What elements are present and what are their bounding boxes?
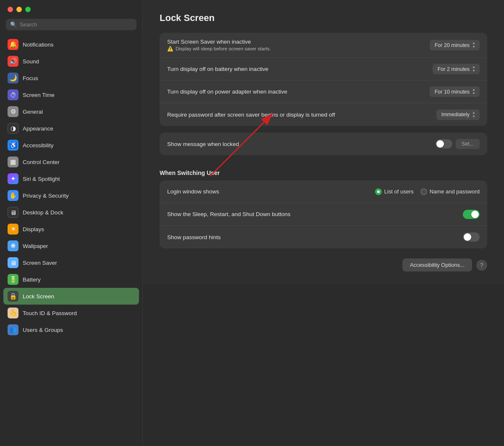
sidebar-item-focus[interactable]: 🌙Focus	[3, 70, 139, 86]
settings-row-screensaver: Start Screen Saver when inactive⚠️Displa…	[160, 33, 487, 58]
stepper-value-power-display: For 10 minutes	[435, 89, 470, 95]
sidebar-label-siri: Siri & Spotlight	[23, 176, 60, 182]
sidebar-item-desktop[interactable]: 🖥Desktop & Dock	[3, 204, 139, 221]
sidebar-list: 🔔Notifications🔊Sound🌙Focus⏱Screen Time⚙G…	[0, 36, 142, 446]
stepper-value-require-password: Immediately	[441, 112, 470, 117]
row-label-login-window: Login window shows	[167, 188, 375, 195]
sidebar-item-touchid[interactable]: 👆Touch ID & Password	[3, 305, 139, 321]
minimize-button[interactable]	[16, 7, 22, 12]
stepper-up-power-display[interactable]: ▲	[472, 88, 475, 91]
lockscreen-icon: 🔒	[8, 291, 18, 302]
settings-card-message: Show message when lockedSet...	[160, 133, 487, 155]
settings-card-switching: Login window showsList of usersName and …	[160, 180, 487, 248]
general-icon: ⚙	[8, 106, 18, 117]
stepper-down-battery-display[interactable]: ▼	[472, 69, 475, 73]
siri-icon: ✦	[8, 173, 18, 184]
radio-option-login-window-1[interactable]: Name and password	[420, 188, 480, 195]
stepper-battery-display[interactable]: For 2 minutes▲▼	[433, 64, 480, 74]
sidebar-label-users: Users & Groups	[23, 327, 63, 333]
sidebar-label-privacy: Privacy & Security	[23, 193, 69, 199]
row-label-power-display: Turn display off on power adapter when i…	[167, 89, 430, 95]
sidebar-item-notifications[interactable]: 🔔Notifications	[3, 36, 139, 53]
row-label-password-hints: Show password hints	[167, 234, 463, 240]
sidebar-label-sound: Sound	[23, 58, 39, 65]
controlcenter-icon: ▦	[8, 156, 18, 167]
stepper-require-password[interactable]: Immediately▲▼	[436, 110, 480, 120]
sidebar-item-controlcenter[interactable]: ▦Control Center	[3, 154, 139, 170]
radio-option-login-window-0[interactable]: List of users	[375, 188, 414, 195]
set-button-show-message[interactable]: Set...	[456, 139, 480, 149]
sidebar-label-screentime: Screen Time	[23, 92, 55, 98]
sidebar-item-privacy[interactable]: ✋Privacy & Security	[3, 187, 139, 204]
sidebar-label-screensaver: Screen Saver	[23, 260, 57, 266]
stepper-up-require-password[interactable]: ▲	[472, 111, 475, 115]
stepper-power-display[interactable]: For 10 minutes▲▼	[430, 86, 480, 97]
traffic-lights	[0, 0, 142, 16]
sidebar-item-screentime[interactable]: ⏱Screen Time	[3, 86, 139, 103]
stepper-value-battery-display: For 2 minutes	[438, 66, 470, 72]
stepper-down-power-display[interactable]: ▼	[472, 92, 475, 95]
sidebar-label-general: General	[23, 109, 43, 115]
row-label-screensaver: Start Screen Saver when inactive	[167, 39, 430, 45]
settings-row-power-display: Turn display off on power adapter when i…	[160, 81, 487, 103]
sidebar-item-general[interactable]: ⚙General	[3, 103, 139, 120]
sidebar-item-users[interactable]: 👥Users & Groups	[3, 321, 139, 338]
accessibility-icon: ♿	[8, 140, 18, 151]
sidebar-item-sound[interactable]: 🔊Sound	[3, 53, 139, 70]
sidebar-item-battery[interactable]: 🔋Battery	[3, 271, 139, 288]
maximize-button[interactable]	[25, 7, 31, 12]
close-button[interactable]	[8, 7, 13, 12]
warning-icon: ⚠️	[167, 46, 173, 52]
accessibility-options-button[interactable]: Accessibility Options...	[402, 258, 472, 271]
sidebar-item-screensaver[interactable]: 🖥Screen Saver	[3, 254, 139, 271]
row-label-show-message: Show message when locked	[167, 141, 436, 147]
sidebar-item-siri[interactable]: ✦Siri & Spotlight	[3, 170, 139, 187]
desktop-icon: 🖥	[8, 207, 18, 218]
search-input[interactable]	[20, 21, 132, 28]
toggle-show-message[interactable]	[436, 139, 452, 149]
screensaver-icon: 🖥	[8, 257, 18, 268]
stepper-up-battery-display[interactable]: ▲	[472, 65, 475, 69]
toggle-knob-sleep-restart	[471, 211, 479, 218]
sidebar-item-accessibility[interactable]: ♿Accessibility	[3, 137, 139, 154]
help-button[interactable]: ?	[476, 260, 487, 271]
toggle-knob-show-message	[436, 140, 444, 148]
sidebar-item-wallpaper[interactable]: ❋Wallpaper	[3, 237, 139, 254]
toggle-knob-password-hints	[464, 233, 471, 241]
settings-row-password-hints: Show password hints	[160, 226, 487, 248]
settings-row-show-message: Show message when lockedSet...	[160, 133, 487, 155]
sidebar-label-appearance: Appearance	[23, 125, 53, 132]
toggle-sleep-restart[interactable]	[463, 210, 480, 219]
sidebar-item-appearance[interactable]: ◑Appearance	[3, 120, 139, 137]
sidebar-label-accessibility: Accessibility	[23, 142, 54, 149]
stepper-screensaver[interactable]: For 20 minutes▲▼	[430, 40, 480, 50]
radio-dot-login-window-0	[375, 188, 382, 195]
stepper-down-require-password[interactable]: ▼	[472, 115, 475, 118]
appearance-icon: ◑	[8, 123, 18, 134]
radio-label-login-window-0: List of users	[384, 188, 414, 195]
toggle-password-hints[interactable]	[463, 232, 480, 242]
row-label-require-password: Require password after screen saver begi…	[167, 112, 436, 118]
search-icon: 🔍	[10, 21, 17, 28]
sidebar: 🔍 🔔Notifications🔊Sound🌙Focus⏱Screen Time…	[0, 0, 143, 446]
stepper-down-screensaver[interactable]: ▼	[472, 45, 475, 49]
sidebar-label-desktop: Desktop & Dock	[23, 209, 63, 216]
sidebar-item-displays[interactable]: ☀Displays	[3, 221, 139, 237]
search-box[interactable]: 🔍	[6, 19, 136, 30]
row-sublabel-screensaver: ⚠️Display will sleep before screen saver…	[167, 46, 430, 52]
wallpaper-icon: ❋	[8, 240, 18, 251]
radio-group-login-window: List of usersName and password	[375, 188, 480, 195]
stepper-up-screensaver[interactable]: ▲	[472, 42, 475, 45]
row-label-sleep-restart: Show the Sleep, Restart, and Shut Down b…	[167, 211, 463, 217]
battery-icon: 🔋	[8, 274, 18, 285]
main-wrapper: Lock Screen Start Screen Saver when inac…	[143, 0, 504, 446]
sidebar-label-touchid: Touch ID & Password	[23, 310, 77, 316]
notifications-icon: 🔔	[8, 39, 18, 50]
sidebar-label-battery: Battery	[23, 276, 41, 283]
sidebar-item-lockscreen[interactable]: 🔒Lock Screen	[3, 288, 139, 305]
stepper-value-screensaver: For 20 minutes	[435, 42, 470, 48]
screentime-icon: ⏱	[8, 89, 18, 100]
displays-icon: ☀	[8, 224, 18, 235]
settings-row-require-password: Require password after screen saver begi…	[160, 103, 487, 126]
privacy-icon: ✋	[8, 190, 18, 201]
